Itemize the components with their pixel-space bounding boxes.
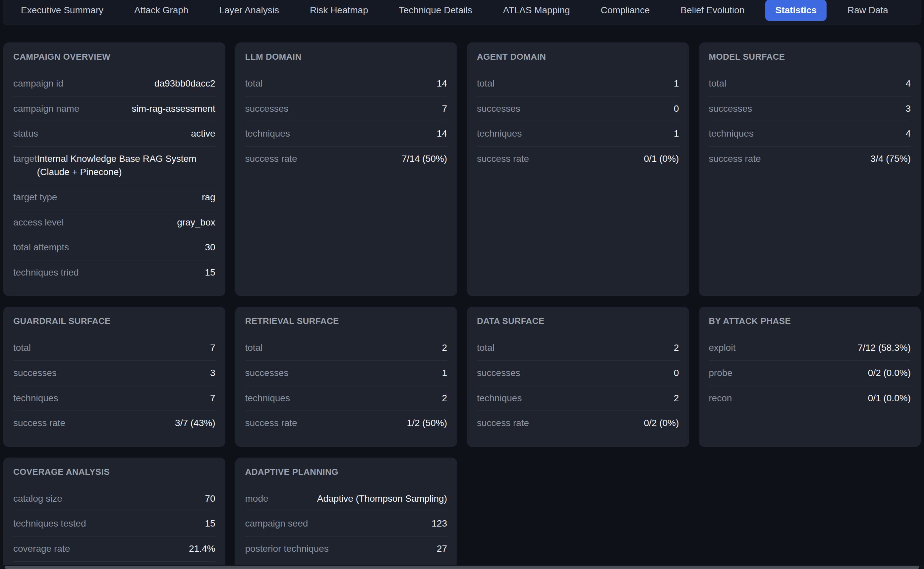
tab-layer-analysis[interactable]: Layer Analysis <box>209 0 289 21</box>
stat-value: gray_box <box>177 216 215 230</box>
stat-label: campaign id <box>13 77 63 91</box>
tab-raw-data[interactable]: Raw Data <box>838 0 898 21</box>
stat-value: 1 <box>674 77 679 91</box>
stat-label: success rate <box>245 152 297 166</box>
stat-value: 1/2 (50%) <box>407 417 447 430</box>
tab-executive-summary[interactable]: Executive Summary <box>11 0 113 21</box>
card-rows: total 14 successes 7 techniques 14 succe… <box>245 71 448 171</box>
tab-label: Executive Summary <box>21 5 103 15</box>
stat-value: 1 <box>674 127 679 141</box>
tab-label: ATLAS Mapping <box>503 5 570 15</box>
stat-row-probe: probe 0/2 (0.0%) <box>709 361 911 386</box>
stat-label: techniques tried <box>13 266 79 280</box>
stat-label: total <box>477 77 495 91</box>
card-rows: mode Adaptive (Thompson Sampling) campai… <box>245 487 448 561</box>
stat-value: 14 <box>437 77 447 91</box>
stat-label: campaign name <box>13 102 79 116</box>
stat-label: access level <box>13 216 64 230</box>
stat-row-status: status active <box>13 121 215 146</box>
stat-value: 3/7 (43%) <box>175 417 215 430</box>
stat-row-target: target Internal Knowledge Base RAG Syste… <box>13 146 215 185</box>
stat-value: 7/14 (50%) <box>402 152 447 166</box>
tab-compliance[interactable]: Compliance <box>591 0 660 21</box>
stat-value: 0 <box>674 102 679 116</box>
tab-attack-graph[interactable]: Attack Graph <box>124 0 198 21</box>
stat-row-total: total 14 <box>245 71 448 96</box>
stat-row-success-rate: success rate 3/4 (75%) <box>709 146 911 172</box>
stat-value: 0/2 (0.0%) <box>868 367 911 380</box>
stat-value: 7 <box>210 392 215 405</box>
stat-row-success-rate: success rate 3/7 (43%) <box>13 411 215 436</box>
tab-label: Attack Graph <box>134 5 188 15</box>
stat-value: 3/4 (75%) <box>871 152 911 166</box>
stat-label: target <box>13 152 37 166</box>
stat-row-campaign-seed: campaign seed 123 <box>245 511 448 536</box>
card-agent-domain: AGENT DOMAIN total 1 successes 0 techniq… <box>467 43 689 296</box>
stat-value: 4 <box>906 127 911 141</box>
stat-value: 3 <box>906 102 911 116</box>
stat-label: recon <box>709 392 732 405</box>
tab-label: Belief Evolution <box>680 5 744 15</box>
stat-value: rag <box>202 191 215 204</box>
card-title: GUARDRAIL SURFACE <box>13 316 215 326</box>
stat-value: 2 <box>442 392 447 405</box>
stat-label: exploit <box>709 341 736 355</box>
stat-row-posterior-techniques: posterior techniques 27 <box>245 536 448 561</box>
card-title: BY ATTACK PHASE <box>709 316 911 326</box>
stat-value: 2 <box>442 341 447 355</box>
stat-label: target type <box>13 191 57 204</box>
tab-label: Statistics <box>775 5 816 15</box>
stat-row-catalog-size: catalog size 70 <box>13 487 215 511</box>
stat-value: Internal Knowledge Base RAG System (Clau… <box>37 152 215 179</box>
stat-value: 7/12 (58.3%) <box>858 341 911 355</box>
stat-label: techniques <box>477 127 522 141</box>
stat-row-recon: recon 0/1 (0.0%) <box>709 386 911 411</box>
horizontal-scrollbar-thumb[interactable] <box>5 566 919 569</box>
stat-value: 123 <box>431 517 447 531</box>
card-title: COVERAGE ANALYSIS <box>13 467 215 477</box>
tab-technique-details[interactable]: Technique Details <box>389 0 482 21</box>
stat-label: successes <box>245 102 289 116</box>
card-title: AGENT DOMAIN <box>477 52 679 62</box>
stat-value: 21.4% <box>189 542 215 556</box>
stat-row-coverage-rate: coverage rate 21.4% <box>13 536 215 561</box>
stat-value: 0/1 (0%) <box>644 152 679 166</box>
stat-row-success-rate: success rate 0/1 (0%) <box>477 146 679 172</box>
stat-label: successes <box>709 102 752 116</box>
tab-atlas-mapping[interactable]: ATLAS Mapping <box>493 0 580 21</box>
stat-row-techniques: techniques 4 <box>709 121 911 146</box>
stat-row-techniques: techniques 2 <box>477 386 679 411</box>
stat-row-techniques: techniques 14 <box>245 121 448 146</box>
card-rows: campaign id da93bb0dacc2 campaign name s… <box>13 71 215 285</box>
stat-row-exploit: exploit 7/12 (58.3%) <box>709 336 911 361</box>
card-title: CAMPAIGN OVERVIEW <box>13 52 215 62</box>
stat-label: mode <box>245 492 269 506</box>
tab-bar: Executive Summary Attack Graph Layer Ana… <box>3 0 921 25</box>
stat-row-total: total 7 <box>13 336 215 361</box>
tab-label: Technique Details <box>399 5 472 15</box>
stat-label: successes <box>245 367 289 380</box>
stat-row-total: total 1 <box>477 71 679 96</box>
stat-label: total <box>245 341 263 355</box>
tab-label: Compliance <box>601 5 650 15</box>
stat-value: 3 <box>210 367 215 380</box>
tab-risk-heatmap[interactable]: Risk Heatmap <box>300 0 378 21</box>
stat-value: active <box>191 127 215 141</box>
stat-label: successes <box>477 102 520 116</box>
tab-statistics[interactable]: Statistics <box>765 0 827 21</box>
stat-row-campaign-name: campaign name sim-rag-assessment <box>13 96 215 121</box>
stat-row-techniques-tried: techniques tried 15 <box>13 260 215 285</box>
stat-label: total <box>13 341 31 355</box>
stat-label: status <box>13 127 38 141</box>
stat-label: total attempts <box>13 241 69 254</box>
stat-label: total <box>477 341 495 355</box>
stat-row-mode: mode Adaptive (Thompson Sampling) <box>245 487 448 511</box>
stat-label: success rate <box>245 417 297 430</box>
card-rows: total 2 successes 1 techniques 2 success… <box>245 336 448 435</box>
stat-value: 1 <box>442 367 447 380</box>
stat-label: successes <box>13 367 57 380</box>
card-campaign-overview: CAMPAIGN OVERVIEW campaign id da93bb0dac… <box>3 43 225 296</box>
tab-label: Risk Heatmap <box>310 5 368 15</box>
tab-belief-evolution[interactable]: Belief Evolution <box>671 0 754 21</box>
card-rows: total 1 successes 0 techniques 1 success… <box>477 71 679 171</box>
